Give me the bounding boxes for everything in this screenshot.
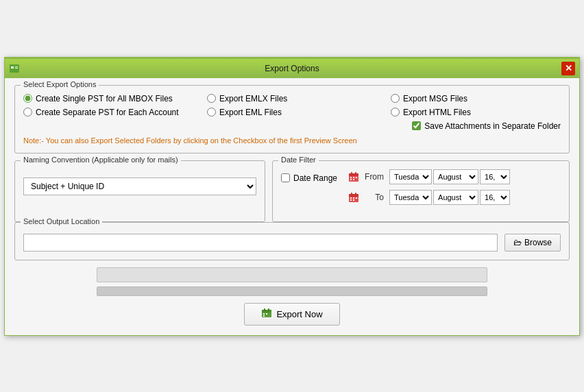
to-day-select[interactable]: Tuesday , Monday , [389,190,432,205]
note-text-content: Note:- You can also Export Selected Fold… [23,136,357,145]
from-calendar-icon [348,171,359,182]
radio-html[interactable] [391,108,400,117]
title-bar-left [9,63,20,74]
to-calendar-icon [348,192,359,203]
radio-row-4: Export EML Files [207,108,377,117]
sub-progress-bar [97,286,487,296]
save-attachments-checkbox[interactable] [412,121,421,130]
svg-rect-16 [355,193,356,195]
label-emlx: Export EMLX Files [219,94,287,103]
radio-msg[interactable] [391,94,400,103]
svg-rect-6 [351,172,352,175]
radio-row-3: Export EMLX Files [207,94,377,103]
date-filter-group: Date Filter Date Range [272,160,570,222]
radio-single-pst[interactable] [23,94,32,103]
date-range-label: Date Range [293,173,337,183]
export-now-icon [261,308,272,321]
svg-rect-10 [356,177,357,178]
svg-rect-17 [350,197,352,199]
svg-rect-20 [350,199,352,201]
main-window: Export Options ✕ Select Export Options C… [4,57,580,336]
svg-rect-25 [268,308,269,311]
export-now-label: Export Now [276,309,322,319]
export-options-group: Select Export Options Create Single PST … [14,85,570,154]
svg-rect-15 [351,193,352,195]
svg-rect-5 [349,173,358,176]
main-progress-bar [97,267,487,282]
svg-rect-7 [355,172,356,175]
radio-eml[interactable] [207,108,216,117]
svg-rect-19 [356,197,357,199]
svg-rect-1 [11,66,14,69]
date-range-checkbox[interactable] [281,173,290,182]
svg-rect-11 [350,179,352,180]
app-icon [9,63,20,74]
svg-rect-28 [263,315,265,317]
svg-rect-21 [353,199,354,201]
label-msg: Export MSG Files [403,94,467,103]
label-separate-pst: Create Separate PST for Each Account [36,108,179,117]
svg-rect-2 [15,66,18,67]
from-date-selects: Tuesday , Monday , Wednesday , August Ja… [389,169,510,184]
export-options-grid: Create Single PST for All MBOX Files Cre… [23,94,561,117]
svg-rect-24 [264,308,265,311]
date-rows: From Tuesday , Monday , Wednesday , Augu… [348,169,561,210]
title-bar: Export Options ✕ [5,59,579,78]
output-row: 🗁 Browse [23,234,561,252]
svg-rect-12 [353,179,354,180]
svg-rect-3 [15,68,18,69]
to-year-select[interactable]: 16, ▾ 17, [480,190,510,205]
col1: Create Single PST for All MBOX Files Cre… [23,94,193,117]
svg-rect-14 [349,194,358,197]
to-label: To [365,193,384,202]
progress-area [14,267,570,296]
window-title: Export Options [265,64,319,73]
naming-convention-title: Naming Convention (Applicable only for m… [21,156,181,164]
label-html: Export HTML Files [403,108,471,117]
from-date-row: From Tuesday , Monday , Wednesday , Augu… [348,169,561,184]
radio-separate-pst[interactable] [23,108,32,117]
export-now-button[interactable]: Export Now [244,303,339,326]
svg-rect-23 [262,310,271,313]
col2: Export EMLX Files Export EML Files [207,94,377,117]
radio-emlx[interactable] [207,94,216,103]
svg-rect-9 [353,177,354,178]
svg-rect-26 [263,313,265,315]
output-location-title: Select Output Location [21,217,102,225]
close-button[interactable]: ✕ [561,62,575,75]
col3: Export MSG Files Export HTML Files [391,94,561,117]
window-content: Select Export Options Create Single PST … [5,78,579,335]
radio-row-1: Create Single PST for All MBOX Files [23,94,193,103]
svg-rect-18 [353,197,354,199]
browse-label: Browse [524,238,552,247]
output-path-input[interactable] [23,234,498,252]
svg-rect-8 [350,177,352,178]
save-attachments-label: Save Attachments in Separate Folder [424,121,561,131]
save-attachments-row: Save Attachments in Separate Folder [23,121,561,131]
label-eml: Export EML Files [219,108,282,117]
from-label: From [365,172,384,182]
to-month-select[interactable]: August January [433,190,478,205]
export-options-title: Select Export Options [21,80,99,88]
from-day-select[interactable]: Tuesday , Monday , Wednesday , [389,169,432,184]
from-month-select[interactable]: August January February [433,169,478,184]
svg-rect-27 [266,313,267,315]
export-now-row: Export Now [14,303,570,326]
date-range-checkbox-row: Date Range [281,173,337,183]
radio-row-5: Export MSG Files [391,94,561,103]
label-single-pst: Create Single PST for All MBOX Files [36,94,173,103]
to-date-row: To Tuesday , Monday , August January [348,190,561,205]
radio-row-6: Export HTML Files [391,108,561,117]
date-filter-title: Date Filter [278,156,319,164]
browse-folder-icon: 🗁 [513,238,522,247]
naming-convention-group: Naming Convention (Applicable only for m… [14,160,265,222]
from-year-select[interactable]: 16, ▾ 17, 15, [480,169,510,184]
date-filter-content: Date Range [281,169,561,210]
browse-button[interactable]: 🗁 Browse [504,234,561,252]
radio-row-2: Create Separate PST for Each Account [23,108,193,117]
bottom-section: Naming Convention (Applicable only for m… [14,160,570,222]
note-text: Note:- You can also Export Selected Fold… [23,136,561,145]
naming-convention-select[interactable]: Subject + Unique ID Subject Only Unique … [23,177,256,195]
save-attachments-checkbox-row: Save Attachments in Separate Folder [412,121,561,131]
to-date-selects: Tuesday , Monday , August January 16, ▾ … [389,190,510,205]
